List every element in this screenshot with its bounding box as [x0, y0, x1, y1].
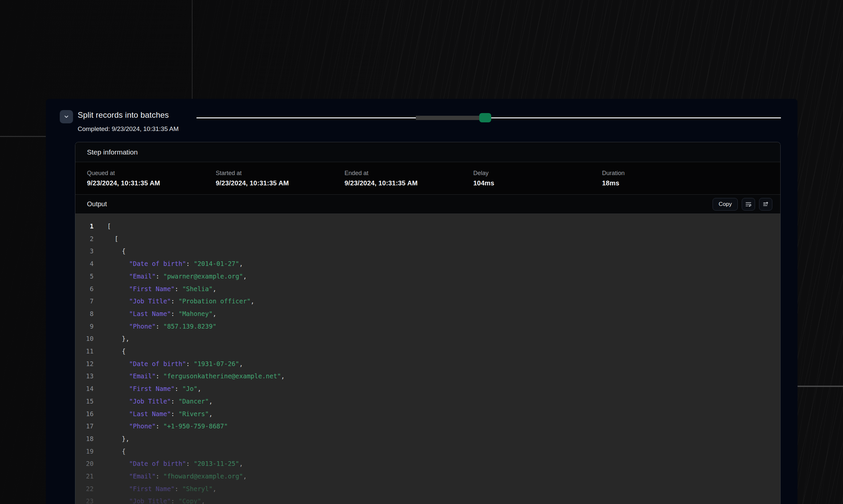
meta-label: Queued at: [87, 170, 216, 177]
output-code-viewer[interactable]: 1[2[3{4"Date of birth": "2014-01-27",5"E…: [75, 214, 780, 504]
code-line: 23"Job Title": "Copy",: [75, 495, 780, 504]
line-content: "First Name": "Shelia",: [107, 283, 217, 295]
line-number: 14: [75, 383, 93, 395]
line-content: "Last Name": "Rivers",: [107, 408, 213, 420]
step-information-title: Step information: [87, 148, 138, 156]
line-number: 22: [75, 483, 93, 496]
line-content: "Phone": "+1-950-759-8687": [107, 420, 228, 433]
line-content: "Job Title": "Dancer",: [107, 395, 213, 408]
code-line: 9"Phone": "857.139.8239": [75, 320, 780, 333]
line-number: 20: [75, 457, 93, 470]
wrap-text-icon: [745, 201, 752, 208]
wrap-text-button[interactable]: [742, 198, 755, 211]
step-information-header: Step information: [75, 142, 780, 162]
meta-field-started-at: Started at 9/23/2024, 10:31:35 AM: [216, 170, 344, 187]
meta-field-duration: Duration 18ms: [602, 170, 731, 187]
code-line: 10},: [75, 332, 780, 345]
code-line: 13"Email": "fergusonkatherine@example.ne…: [75, 370, 780, 383]
meta-value: 104ms: [473, 179, 602, 187]
code-line: 12"Date of birth": "1931-07-26",: [75, 358, 780, 371]
step-status: Completed: 9/23/2024, 10:31:35 AM: [78, 125, 178, 133]
line-content: "Phone": "857.139.8239": [107, 320, 217, 333]
line-number: 6: [75, 283, 93, 295]
meta-label: Ended at: [344, 170, 473, 177]
line-content: },: [107, 332, 130, 345]
line-number: 1: [75, 220, 93, 233]
execution-timeline: [196, 113, 781, 123]
code-line: 14"First Name": "Jo",: [75, 383, 780, 395]
code-line: 18},: [75, 433, 780, 445]
background-horizontal-line-right: [797, 385, 843, 387]
line-content: "Email": "fhoward@example.org",: [107, 470, 247, 483]
meta-value: 9/23/2024, 10:31:35 AM: [87, 179, 216, 187]
line-content: {: [107, 245, 125, 258]
line-number: 3: [75, 245, 93, 258]
output-title: Output: [87, 200, 107, 208]
code-line: 20"Date of birth": "2013-11-25",: [75, 457, 780, 470]
line-number: 4: [75, 258, 93, 270]
step-information-card: Step information Queued at 9/23/2024, 10…: [75, 142, 780, 504]
timeline-handle[interactable]: [479, 113, 491, 122]
line-content: "First Name": "Sheryl",: [107, 483, 217, 496]
code-line: 7"Job Title": "Probation officer",: [75, 295, 780, 308]
meta-label: Duration: [602, 170, 731, 177]
line-content: "Job Title": "Copy",: [107, 495, 205, 504]
meta-value: 18ms: [602, 179, 731, 187]
background-vertical-line: [192, 0, 192, 99]
meta-label: Started at: [216, 170, 344, 177]
line-content: "Date of birth": "2013-11-25",: [107, 457, 243, 470]
code-line: 15"Job Title": "Dancer",: [75, 395, 780, 408]
line-number: 13: [75, 370, 93, 383]
line-number: 5: [75, 270, 93, 283]
code-line: 19{: [75, 445, 780, 458]
line-number: 15: [75, 395, 93, 408]
code-line: 4"Date of birth": "2014-01-27",: [75, 258, 780, 270]
line-content: },: [107, 433, 130, 445]
line-number: 10: [75, 332, 93, 345]
step-title: Split records into batches: [78, 110, 169, 120]
line-content: "Email": "fergusonkatherine@example.net"…: [107, 370, 285, 383]
line-number: 19: [75, 445, 93, 458]
code-line: 11{: [75, 345, 780, 358]
chevron-down-icon: [63, 114, 69, 120]
line-content: "Last Name": "Mahoney",: [107, 308, 217, 320]
line-number: 23: [75, 495, 93, 504]
code-line: 17"Phone": "+1-950-759-8687": [75, 420, 780, 433]
code-line: 3{: [75, 245, 780, 258]
line-number: 8: [75, 308, 93, 320]
line-content: "First Name": "Jo",: [107, 383, 201, 395]
step-metadata-row: Queued at 9/23/2024, 10:31:35 AM Started…: [75, 162, 780, 195]
line-content: "Date of birth": "1931-07-26",: [107, 358, 243, 371]
line-number: 16: [75, 408, 93, 420]
line-number: 18: [75, 433, 93, 445]
line-content: {: [107, 445, 125, 458]
line-content: "Email": "pwarner@example.org",: [107, 270, 247, 283]
line-number: 7: [75, 295, 93, 308]
code-line: 8"Last Name": "Mahoney",: [75, 308, 780, 320]
line-content: "Job Title": "Probation officer",: [107, 295, 255, 308]
meta-field-delay: Delay 104ms: [473, 170, 602, 187]
copy-output-button[interactable]: Copy: [712, 198, 738, 211]
line-number: 11: [75, 345, 93, 358]
line-number: 17: [75, 420, 93, 433]
code-lines: 1[2[3{4"Date of birth": "2014-01-27",5"E…: [75, 220, 780, 504]
scroll-to-top-icon: [762, 201, 769, 208]
collapse-step-button[interactable]: [60, 110, 73, 123]
code-line: 6"First Name": "Shelia",: [75, 283, 780, 295]
line-content: {: [107, 345, 125, 358]
code-line: 5"Email": "pwarner@example.org",: [75, 270, 780, 283]
code-line: 21"Email": "fhoward@example.org",: [75, 470, 780, 483]
line-number: 2: [75, 233, 93, 245]
scroll-to-top-button[interactable]: [759, 198, 772, 211]
timeline-buffer-segment: [416, 116, 485, 120]
meta-value: 9/23/2024, 10:31:35 AM: [344, 179, 473, 187]
background-horizontal-line-left: [0, 136, 46, 137]
step-details-panel: Split records into batches Completed: 9/…: [46, 99, 797, 504]
code-line: 16"Last Name": "Rivers",: [75, 408, 780, 420]
code-line: 2[: [75, 233, 780, 245]
line-content: [: [107, 220, 111, 233]
line-number: 12: [75, 358, 93, 371]
meta-value: 9/23/2024, 10:31:35 AM: [216, 179, 344, 187]
line-number: 21: [75, 470, 93, 483]
meta-field-queued-at: Queued at 9/23/2024, 10:31:35 AM: [87, 170, 216, 187]
